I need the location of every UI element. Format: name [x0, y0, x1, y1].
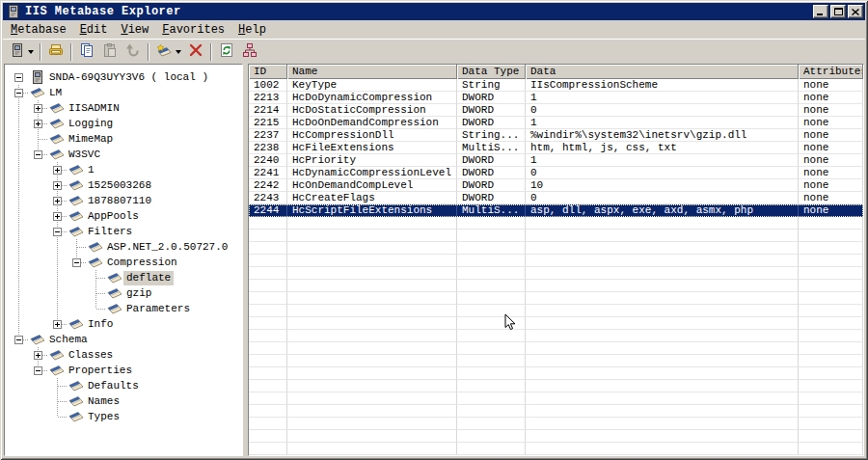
- table-row[interactable]: 2240HcPriorityDWORD1none: [249, 154, 863, 167]
- collapse-minus-toggle[interactable]: [14, 336, 23, 344]
- tree-item-types[interactable]: Types: [5, 409, 242, 424]
- expand-plus-toggle[interactable]: [34, 351, 42, 360]
- window-title: IIS Metabase Explorer: [25, 4, 813, 19]
- expand-plus-toggle[interactable]: [34, 120, 42, 128]
- table-row[interactable]: 2243HcCreateFlagsDWORD0none: [249, 192, 863, 204]
- new-key-button[interactable]: [153, 41, 183, 63]
- column-header-id[interactable]: ID: [249, 65, 287, 79]
- tree-item-asp-net-2-0-50727-0[interactable]: ASP.NET_2.0.50727.0: [5, 239, 242, 255]
- key-icon: [47, 347, 66, 363]
- menu-item-edit[interactable]: Edit: [73, 21, 115, 39]
- tree-guide: [47, 285, 67, 301]
- tree-item-classes[interactable]: Classes: [5, 347, 242, 363]
- tree-item-lm[interactable]: LM: [5, 85, 242, 100]
- table-row[interactable]: 2213HcDoDynamicCompressionDWORD1none: [249, 92, 863, 104]
- paste-button[interactable]: [99, 41, 121, 63]
- open-button[interactable]: [45, 41, 67, 63]
- tree-guide: [9, 378, 28, 393]
- empty-cell: [249, 330, 287, 342]
- refresh-button[interactable]: [216, 41, 237, 63]
- table-row[interactable]: 2215HcDoOnDemandCompressionDWORD1none: [249, 117, 863, 129]
- tree-item-1878807110[interactable]: 1878807110: [5, 193, 242, 208]
- tree-connector: [28, 116, 47, 131]
- undo-button[interactable]: [122, 41, 144, 63]
- empty-cell: [526, 355, 799, 367]
- connect-button[interactable]: [8, 41, 36, 63]
- column-header-name[interactable]: Name: [287, 65, 457, 79]
- menu-item-metabase[interactable]: Metabase: [4, 21, 73, 39]
- collapse-minus-toggle[interactable]: [34, 150, 42, 159]
- dropdown-arrow-icon[interactable]: [176, 50, 181, 57]
- tree-item-filters[interactable]: Filters: [5, 224, 242, 239]
- delete-button[interactable]: [185, 41, 206, 63]
- empty-cell: [526, 405, 799, 418]
- column-header-attributes[interactable]: Attributes: [799, 65, 863, 79]
- table-row[interactable]: 1002KeyTypeStringIIsCompressionSchemenon…: [249, 79, 863, 92]
- key-icon: [47, 100, 66, 116]
- empty-cell: [457, 217, 526, 230]
- expand-plus-toggle[interactable]: [53, 166, 62, 175]
- maximize-button[interactable]: [830, 5, 846, 18]
- cell-attributes: none: [799, 104, 863, 117]
- table-row[interactable]: 2244HcScriptFileExtensionsMultiS...asp, …: [249, 204, 863, 217]
- tree-guide: [9, 363, 28, 378]
- collapse-minus-toggle[interactable]: [14, 89, 23, 97]
- cell-name: HcDoDynamicCompression: [287, 92, 457, 104]
- minimize-button[interactable]: [813, 5, 828, 18]
- key-icon: [105, 270, 123, 285]
- tree-item-snda-69q3uyy3v6-local[interactable]: SNDA-69Q3UYY3V6 ( local ): [5, 69, 242, 85]
- tree-item-deflate[interactable]: deflate: [5, 270, 242, 285]
- dropdown-arrow-icon[interactable]: [28, 50, 34, 57]
- menu-item-help[interactable]: Help: [231, 21, 273, 39]
- tree-item-parameters[interactable]: Parameters: [5, 301, 242, 316]
- toolbar-separator: [70, 43, 72, 61]
- collapse-minus-toggle[interactable]: [53, 228, 62, 236]
- tree-item-apppools[interactable]: AppPools: [5, 208, 242, 224]
- empty-cell: [457, 443, 526, 455]
- table-row[interactable]: 2214HcDoStaticCompressionDWORD0none: [249, 104, 863, 117]
- tree-item-properties[interactable]: Properties: [5, 363, 242, 378]
- tree-item-info[interactable]: Info: [5, 316, 242, 332]
- tree-item-label: Defaults: [85, 379, 142, 393]
- cell-attributes: none: [799, 167, 863, 179]
- tree-item-label: AppPools: [85, 209, 142, 224]
- empty-cell: [287, 292, 457, 305]
- close-button[interactable]: [848, 5, 863, 18]
- cell-data-type: DWORD: [457, 104, 526, 117]
- empty-cell: [457, 392, 526, 405]
- expand-plus-toggle[interactable]: [34, 104, 42, 113]
- table-row[interactable]: 2238HcFileExtensionsMultiS...htm, html, …: [249, 142, 863, 154]
- tree-item-1[interactable]: 1: [5, 162, 242, 177]
- table-row[interactable]: 2237HcCompressionDllString...%windir%\sy…: [249, 129, 863, 142]
- tree-item-1525003268[interactable]: 1525003268: [5, 177, 242, 193]
- expand-plus-toggle[interactable]: [53, 181, 62, 190]
- table-row[interactable]: 2241HcDynamicCompressionLevelDWORD0none: [249, 167, 863, 179]
- expand-plus-toggle[interactable]: [53, 212, 62, 221]
- collapse-minus-toggle[interactable]: [72, 258, 81, 267]
- tree-item-schema[interactable]: Schema: [5, 332, 242, 347]
- tree-item-mimemap[interactable]: MimeMap: [5, 131, 242, 147]
- collapse-minus-toggle[interactable]: [34, 366, 42, 375]
- tree-connector: [9, 332, 28, 347]
- tree-item-names[interactable]: Names: [5, 393, 242, 409]
- empty-cell: [526, 430, 799, 443]
- hierarchy-button[interactable]: [239, 41, 260, 63]
- tree-item-w3svc[interactable]: W3SVC: [5, 147, 242, 162]
- table-row[interactable]: 2242HcOnDemandCompLevelDWORD10none: [249, 179, 863, 192]
- copy-button[interactable]: [76, 41, 97, 63]
- tree-item-defaults[interactable]: Defaults: [5, 378, 242, 393]
- menu-item-favorites[interactable]: Favorites: [155, 21, 231, 39]
- column-header-data[interactable]: Data: [526, 65, 799, 79]
- empty-cell: [287, 317, 457, 330]
- tree-item-logging[interactable]: Logging: [5, 116, 242, 131]
- tree-item-iisadmin[interactable]: IISADMIN: [5, 100, 242, 116]
- menu-item-view[interactable]: View: [114, 21, 155, 39]
- collapse-minus-toggle[interactable]: [14, 73, 23, 82]
- tree-item-gzip[interactable]: gzip: [5, 285, 242, 301]
- cell-attributes: none: [799, 179, 863, 192]
- tree-item-compression[interactable]: Compression: [5, 255, 242, 270]
- expand-plus-toggle[interactable]: [53, 320, 62, 329]
- empty-cell: [249, 317, 287, 330]
- expand-plus-toggle[interactable]: [53, 197, 62, 205]
- column-header-data-type[interactable]: Data Type: [457, 65, 526, 79]
